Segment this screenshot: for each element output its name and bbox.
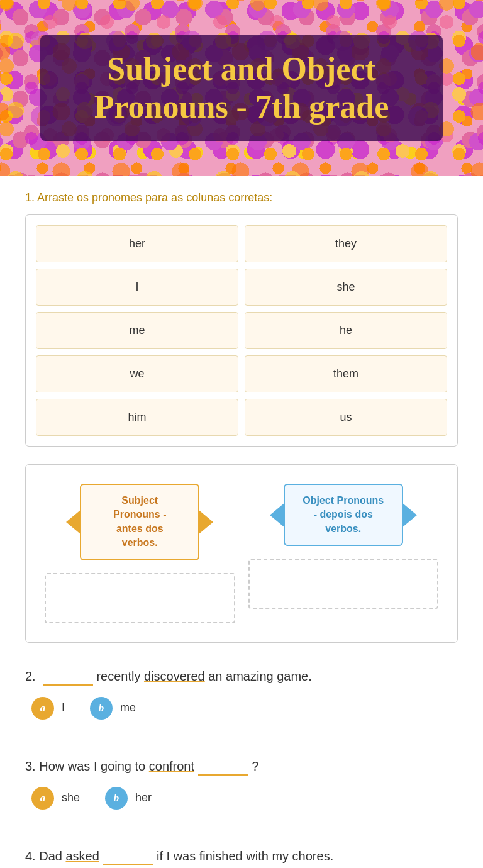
main-content: 1. Arraste os pronomes para as colunas c… <box>0 176 483 868</box>
question-3-option-b[interactable]: b her <box>105 787 152 810</box>
list-item[interactable]: them <box>245 355 447 392</box>
list-item[interactable]: her <box>36 225 238 262</box>
question-2-options: a I b me <box>25 697 458 720</box>
question-3-text: 3. How was I going to confront ? <box>25 755 458 776</box>
question-3-option-a-text: she <box>62 791 80 804</box>
badge-b: b <box>105 787 128 810</box>
drag-table-wrapper: her they I she me he we them him us <box>25 214 458 447</box>
object-label: Object Pronouns - depois dos verbos. <box>303 495 384 534</box>
object-column: Object Pronouns - depois dos verbos. <box>242 477 445 630</box>
question-2-discovered: discovered <box>144 669 205 683</box>
list-item[interactable]: him <box>36 399 238 436</box>
question-3-end: ? <box>252 759 258 773</box>
object-drop-area[interactable] <box>248 559 439 609</box>
question-4-number: 4. Dad <box>25 849 65 863</box>
subject-arrow-left <box>66 509 81 535</box>
question-4-blank <box>103 845 153 865</box>
question-3-blank <box>198 755 248 776</box>
object-ribbon: Object Pronouns - depois dos verbos. <box>284 484 403 546</box>
badge-a: a <box>31 697 54 720</box>
drag-grid: her they I she me he we them him us <box>36 225 447 436</box>
list-item[interactable]: we <box>36 355 238 392</box>
subject-drop-area[interactable] <box>45 573 235 623</box>
subject-banner-wrapper: Subject Pronouns - antes dos verbos. <box>45 484 235 560</box>
question-3-options: a she b her <box>25 787 458 810</box>
list-item[interactable]: I <box>36 269 238 306</box>
columns-section: Subject Pronouns - antes dos verbos. Obj… <box>25 464 458 643</box>
question-4-block: 4. Dad asked if I was finished with my c… <box>25 845 458 868</box>
question-2-option-a[interactable]: a I <box>31 697 65 720</box>
subject-column: Subject Pronouns - antes dos verbos. <box>38 477 242 630</box>
question-2-block: 2. recently discovered an amazing game. … <box>25 665 458 735</box>
object-arrow-left <box>270 503 285 528</box>
list-item[interactable]: they <box>245 225 447 262</box>
badge-b: b <box>90 697 113 720</box>
object-arrow-right <box>402 503 417 528</box>
header: Subject and Object Pronouns - 7th grade <box>0 0 483 176</box>
question-2-option-b[interactable]: b me <box>90 697 136 720</box>
question-2-number: 2. <box>25 669 39 683</box>
question-3-block: 3. How was I going to confront ? a she b… <box>25 755 458 825</box>
question-2-option-a-text: I <box>62 701 65 715</box>
question-2-end: an amazing game. <box>208 669 312 683</box>
list-item[interactable]: she <box>245 269 447 306</box>
subject-ribbon: Subject Pronouns - antes dos verbos. <box>80 484 199 560</box>
question-2-text: 2. recently discovered an amazing game. <box>25 665 458 686</box>
list-item[interactable]: he <box>245 312 447 349</box>
section1-instruction: 1. Arraste os pronomes para as colunas c… <box>25 191 458 204</box>
question-4-text: 4. Dad asked if I was finished with my c… <box>25 845 458 865</box>
question-2-blank <box>43 665 93 686</box>
object-banner-wrapper: Object Pronouns - depois dos verbos. <box>248 484 439 546</box>
list-item[interactable]: me <box>36 312 238 349</box>
question-3-option-a[interactable]: a she <box>31 787 80 810</box>
header-title-box: Subject and Object Pronouns - 7th grade <box>40 35 443 141</box>
badge-a: a <box>31 787 54 810</box>
subject-arrow-right <box>198 509 213 535</box>
list-item[interactable]: us <box>245 399 447 436</box>
question-2-option-b-text: me <box>120 701 136 715</box>
subject-label: Subject Pronouns - antes dos verbos. <box>113 495 166 548</box>
question-4-asked: asked <box>65 849 99 863</box>
question-3-option-b-text: her <box>135 791 152 804</box>
question-3-confront: confront <box>149 759 194 773</box>
question-3-number: 3. How was I going to <box>25 759 149 773</box>
question-4-end: if I was finished with my chores. <box>157 849 333 863</box>
question-2-recently: recently <box>96 669 144 683</box>
page-title: Subject and Object Pronouns - 7th grade <box>65 50 418 126</box>
